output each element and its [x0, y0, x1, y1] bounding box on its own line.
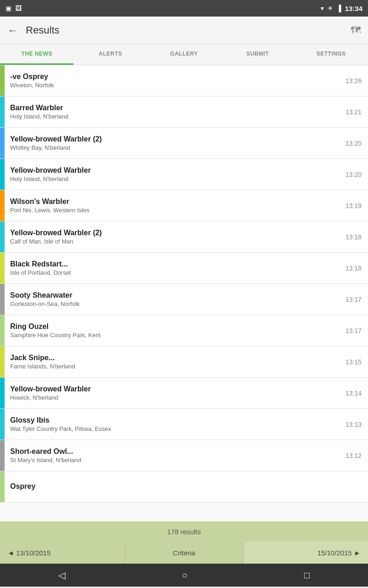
list-item[interactable]: Yellow-browed Warbler (2)Calf of Man, Is… — [0, 221, 368, 253]
list-item-time: 13:20 — [339, 159, 368, 190]
image-icon: 🖼 — [15, 5, 22, 12]
color-bar — [0, 409, 5, 440]
list-item[interactable]: Jack Snipe...Farne Islands, N'berland13:… — [0, 346, 368, 378]
color-bar — [0, 65, 5, 96]
list-item[interactable]: Wilson's WarblerPort Nis, Lewis, Western… — [0, 190, 368, 221]
list-item-subtitle: Gorleston-on-Sea, Norfolk — [10, 300, 334, 307]
list-item-content: Osprey — [5, 471, 355, 502]
list-item-time: 13:18 — [339, 253, 368, 283]
header: ← Results 🗺 — [0, 17, 368, 44]
color-bar — [0, 315, 5, 346]
list-item-content: Yellow-browed Warbler (2)Calf of Man, Is… — [5, 221, 339, 252]
list-item-content: Sooty ShearwaterGorleston-on-Sea, Norfol… — [5, 284, 339, 315]
list-item-title: Jack Snipe... — [10, 354, 334, 362]
page-title: Results — [26, 24, 351, 36]
results-list: -ve OspreyWiveton, Norfolk13:26Barred Wa… — [0, 65, 368, 521]
list-item-subtitle: Holy Island, N'berland — [10, 175, 334, 182]
status-bar: ▣ 🖼 ▾ ✈ ▐ 13:34 — [0, 0, 368, 17]
list-item-subtitle: Howick, N'berland — [10, 394, 334, 401]
list-item-title: Yellow-browed Warbler (2) — [10, 135, 334, 143]
list-item-title: Sooty Shearwater — [10, 291, 334, 300]
list-item-content: Jack Snipe...Farne Islands, N'berland — [5, 346, 339, 377]
color-bar — [0, 378, 5, 408]
list-item-time: 13:17 — [339, 315, 368, 346]
next-date-button[interactable]: 15/10/2015 ► — [243, 542, 368, 564]
color-bar — [0, 221, 5, 252]
list-item-time: 13:12 — [339, 440, 368, 471]
list-item-time: 13:17 — [339, 284, 368, 315]
android-recent-button[interactable]: □ — [304, 570, 310, 581]
list-item[interactable]: Short-eared Owl...St Mary's Island, N'be… — [0, 440, 368, 471]
list-item-subtitle: Wiveton, Norfolk — [10, 82, 334, 89]
list-item-time: 13:20 — [339, 128, 368, 158]
list-item-title: Osprey — [10, 482, 350, 491]
list-item-title: Ring Ouzel — [10, 322, 334, 331]
list-item-title: Glossy Ibis — [10, 416, 334, 424]
list-item-subtitle: Farne Islands, N'berland — [10, 363, 334, 370]
date-navigation: ◄ 13/10/2015 Criteria 15/10/2015 ► — [0, 542, 368, 564]
list-item[interactable]: Ring OuzelSamphire Hoe Country Park, Ken… — [0, 315, 368, 346]
list-item-title: -ve Osprey — [10, 73, 334, 81]
tab-gallery[interactable]: GALLERY — [147, 44, 221, 65]
android-home-button[interactable]: ○ — [182, 570, 187, 581]
list-item-content: Yellow-browed WarblerHowick, N'berland — [5, 378, 339, 408]
battery-icon: ▐ — [337, 5, 341, 12]
photo-icon: ▣ — [6, 5, 12, 12]
color-bar — [0, 128, 5, 158]
list-item-subtitle: Port Nis, Lewis, Western Isles — [10, 207, 334, 214]
list-item-content: Short-eared Owl...St Mary's Island, N'be… — [5, 440, 339, 471]
tab-news[interactable]: THE NEWS — [0, 44, 74, 65]
airplane-icon: ✈ — [328, 5, 333, 12]
color-bar — [0, 471, 5, 502]
list-item[interactable]: Sooty ShearwaterGorleston-on-Sea, Norfol… — [0, 284, 368, 315]
status-time: 13:34 — [345, 5, 362, 12]
list-item-subtitle: Holy Island, N'berland — [10, 113, 334, 120]
color-bar — [0, 190, 5, 221]
list-item-subtitle: Isle of Portland, Dorset — [10, 269, 334, 276]
list-item-time: 13:13 — [339, 409, 368, 440]
list-item-content: Glossy IbisWat Tyler Country Park, Pitse… — [5, 409, 339, 440]
list-item[interactable]: Yellow-browed Warbler (2)Whitley Bay, N'… — [0, 128, 368, 159]
list-item-subtitle: Wat Tyler Country Park, Pitsea, Essex — [10, 425, 334, 432]
android-nav-bar: ◁ ○ □ — [0, 564, 368, 587]
prev-date-button[interactable]: ◄ 13/10/2015 — [0, 542, 125, 564]
list-item[interactable]: Yellow-browed WarblerHoly Island, N'berl… — [0, 159, 368, 190]
list-item-time: 13:21 — [339, 96, 368, 127]
list-item-time — [355, 471, 368, 502]
list-item[interactable]: Barred WarblerHoly Island, N'berland13:2… — [0, 96, 368, 128]
criteria-button[interactable]: Criteria — [125, 542, 243, 564]
list-item-title: Black Redstart... — [10, 260, 334, 268]
color-bar — [0, 253, 5, 283]
list-item[interactable]: Glossy IbisWat Tyler Country Park, Pitse… — [0, 409, 368, 440]
list-item-title: Yellow-browed Warbler (2) — [10, 229, 334, 237]
list-item-content: Ring OuzelSamphire Hoe Country Park, Ken… — [5, 315, 339, 346]
list-item[interactable]: Osprey — [0, 471, 368, 503]
color-bar — [0, 440, 5, 471]
list-item-content: -ve OspreyWiveton, Norfolk — [5, 65, 339, 96]
list-item[interactable]: Yellow-browed WarblerHowick, N'berland13… — [0, 378, 368, 409]
tab-settings[interactable]: SETTINGS — [294, 44, 368, 65]
back-button[interactable]: ← — [7, 24, 18, 37]
list-item-subtitle: St Mary's Island, N'berland — [10, 457, 334, 464]
map-icon[interactable]: 🗺 — [351, 24, 361, 36]
color-bar — [0, 96, 5, 127]
android-back-button[interactable]: ◁ — [58, 570, 65, 581]
list-item-subtitle: Whitley Bay, N'berland — [10, 144, 334, 151]
results-count: 178 results — [0, 521, 368, 542]
list-item-time: 13:18 — [339, 221, 368, 252]
list-item-time: 13:19 — [339, 190, 368, 221]
tab-submit[interactable]: SUBMIT — [221, 44, 294, 65]
color-bar — [0, 346, 5, 377]
color-bar — [0, 159, 5, 190]
list-item-title: Wilson's Warbler — [10, 198, 334, 206]
list-item-subtitle: Samphire Hoe Country Park, Kent — [10, 332, 334, 339]
list-item[interactable]: -ve OspreyWiveton, Norfolk13:26 — [0, 65, 368, 96]
list-item-time: 13:14 — [339, 378, 368, 408]
list-item-title: Yellow-browed Warbler — [10, 166, 334, 175]
list-item-time: 13:15 — [339, 346, 368, 377]
tabs: THE NEWS ALERTS GALLERY SUBMIT SETTINGS — [0, 44, 368, 65]
tab-alerts[interactable]: ALERTS — [74, 44, 147, 65]
list-item-content: Black Redstart...Isle of Portland, Dorse… — [5, 253, 339, 283]
list-item-title: Short-eared Owl... — [10, 447, 334, 456]
list-item[interactable]: Black Redstart...Isle of Portland, Dorse… — [0, 253, 368, 284]
